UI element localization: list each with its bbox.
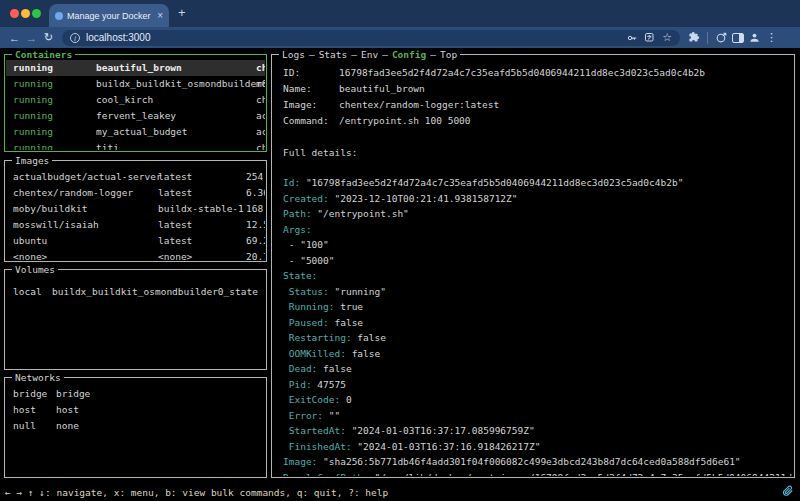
close-tab-icon[interactable]: ×	[157, 10, 163, 21]
container-image: act	[256, 124, 265, 140]
summary-row: Image:chentex/random-logger:latest	[283, 97, 793, 113]
back-icon[interactable]: ←	[8, 32, 21, 44]
network-row[interactable]: null none	[6, 418, 265, 434]
container-status: running	[13, 108, 96, 124]
link-icon[interactable]	[782, 485, 794, 499]
url-bar[interactable]: i localhost:3000 ☆	[62, 30, 680, 46]
config-key: Restarting:	[283, 332, 352, 343]
summary-row: Command:/entrypoint.sh 100 5000	[283, 113, 793, 129]
container-status: running	[13, 92, 96, 108]
config-content: ID:16798fad3ee5d2f4d72a4c7c35eafd5b5d040…	[273, 56, 793, 476]
config-key: Running:	[283, 301, 334, 312]
config-value: "/var/lib/docker/containers/16798fad3ee5…	[369, 472, 793, 477]
images-panel: Images actualbudget/actual-server latest…	[4, 160, 267, 262]
bookmark-star-icon[interactable]: ☆	[662, 32, 672, 43]
config-value: "running"	[329, 286, 386, 297]
container-image: che	[256, 140, 265, 150]
tab-title: Manage your Docker fleet wi	[67, 11, 151, 21]
volumes-panel: Volumes local buildx_buildkit_osmondbuil…	[4, 269, 267, 370]
forward-icon[interactable]: →	[25, 32, 38, 44]
summary-value: chentex/random-logger:latest	[339, 97, 793, 113]
image-name: chentex/random-logger	[13, 185, 158, 201]
reload-icon[interactable]: ↻	[42, 31, 55, 44]
summary-value: 16798fad3ee5d2f4d72a4c7c35eafd5b5d040694…	[339, 65, 793, 81]
config-value: - "100"	[283, 239, 329, 250]
container-row[interactable]: running cool_kirch che	[6, 92, 265, 108]
container-row[interactable]: running beautiful_brown che	[6, 60, 265, 76]
config-value: "16798fad3ee5d2f4d72a4c7c35eafd5b5d04069…	[300, 177, 683, 188]
config-line: Running: true	[283, 299, 793, 315]
config-key: Args:	[283, 224, 312, 235]
config-line: State:	[283, 268, 793, 284]
password-key-icon[interactable]	[626, 32, 638, 44]
translate-icon[interactable]	[644, 32, 656, 44]
traffic-light-minimize-icon[interactable]	[21, 9, 30, 18]
volume-row[interactable]: local buildx_buildkit_osmondbuilder0_sta…	[6, 284, 265, 300]
image-row[interactable]: ubuntu latest 69.27M	[6, 233, 265, 249]
extension-icon[interactable]	[715, 31, 728, 44]
config-value: "sha256:5b771db46f4add301f04f006082c499e…	[317, 456, 740, 467]
config-key: Paused:	[283, 317, 329, 328]
config-line: Error: ""	[283, 408, 793, 424]
image-name: moby/buildkit	[13, 201, 158, 217]
container-row[interactable]: running my_actual_budget act	[6, 124, 265, 140]
config-key: Image:	[283, 456, 317, 467]
networks-panel: Networks bridge bridge host host null	[4, 377, 267, 478]
summary-row: Name:beautiful_brown	[283, 81, 793, 97]
container-status: running	[13, 124, 96, 140]
image-row[interactable]: mosswill/isaiah latest 12.58M	[6, 217, 265, 233]
config-line: StartedAt: "2024-01-03T16:37:17.08599675…	[283, 423, 793, 439]
container-image: che	[256, 92, 265, 108]
url-text: localhost:3000	[86, 32, 151, 43]
container-image: act	[256, 108, 265, 124]
config-key: State:	[283, 270, 317, 281]
config-line: Id: "16798fad3ee5d2f4d72a4c7c35eafd5b5d0…	[283, 175, 793, 191]
profile-avatar-icon[interactable]	[748, 31, 761, 44]
side-panel-icon[interactable]	[732, 33, 744, 43]
traffic-light-zoom-icon[interactable]	[32, 9, 41, 18]
image-name: <none>	[13, 249, 158, 260]
volumes-list: local buildx_buildkit_osmondbuilder0_sta…	[6, 270, 265, 368]
images-list: actualbudget/actual-server latest 254.96…	[6, 161, 265, 260]
container-image: che	[256, 60, 265, 76]
image-name: ubuntu	[13, 233, 158, 249]
config-line: Args:	[283, 222, 793, 238]
containers-panel: Containers running beautiful_brown che r…	[4, 54, 267, 152]
extensions-puzzle-icon[interactable]	[687, 31, 700, 44]
new-tab-icon[interactable]: +	[178, 5, 186, 20]
container-row[interactable]: running titi che	[6, 140, 265, 150]
full-details-label: Full details:	[283, 145, 793, 161]
image-row[interactable]: actualbudget/actual-server latest 254.96	[6, 169, 265, 185]
config-key: ExitCode:	[283, 394, 340, 405]
config-summary: ID:16798fad3ee5d2f4d72a4c7c35eafd5b5d040…	[283, 65, 793, 129]
browser-tab[interactable]: Manage your Docker fleet wi ×	[49, 4, 169, 27]
image-tag: latest	[158, 185, 246, 201]
network-name: bridge	[56, 386, 265, 402]
container-name: beautiful_brown	[96, 60, 256, 76]
menu-dots-icon[interactable]: ⋮	[765, 31, 778, 44]
image-row[interactable]: chentex/random-logger latest 6.36MB	[6, 185, 265, 201]
config-key: Id:	[283, 177, 300, 188]
network-row[interactable]: host host	[6, 402, 265, 418]
container-row[interactable]: running fervent_leakey act	[6, 108, 265, 124]
detail-panel: – Logs – Stats – Env –	[271, 54, 795, 478]
config-value: true	[334, 301, 363, 312]
image-tag: latest	[158, 233, 246, 249]
site-info-icon[interactable]: i	[70, 33, 80, 43]
image-size: 168.13	[246, 201, 265, 217]
image-row[interactable]: <none> <none> 20.73M	[6, 249, 265, 260]
config-key: StartedAt:	[283, 425, 346, 436]
image-size: 254.96	[246, 169, 265, 185]
traffic-light-close-icon[interactable]	[10, 9, 19, 18]
image-size: 69.27M	[246, 233, 265, 249]
containers-list: running beautiful_brown che running buil…	[6, 55, 265, 150]
network-name: none	[56, 418, 265, 434]
network-driver: host	[13, 402, 56, 418]
image-name: actualbudget/actual-server	[13, 169, 158, 185]
network-row[interactable]: bridge bridge	[6, 386, 265, 402]
config-line: FinishedAt: "2024-01-03T16:37:16.9184262…	[283, 439, 793, 455]
image-row[interactable]: moby/buildkit buildx-stable-1 168.13	[6, 201, 265, 217]
config-key: Pid:	[283, 379, 312, 390]
container-row[interactable]: running buildx_buildkit_osmondbuilder0 m…	[6, 76, 265, 92]
network-name: host	[56, 402, 265, 418]
